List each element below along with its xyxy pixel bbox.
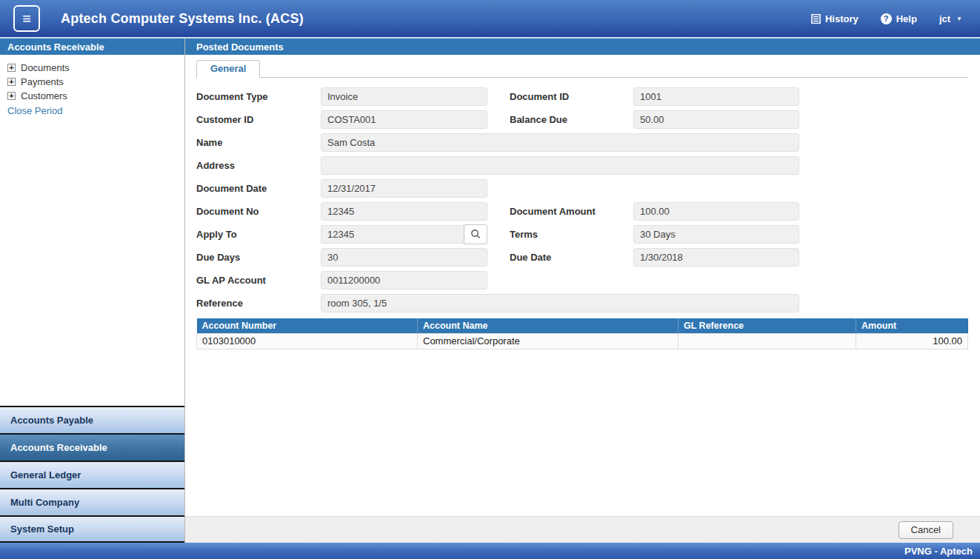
document-no-field[interactable] (321, 202, 487, 221)
history-icon (811, 14, 821, 24)
tree-item-payments[interactable]: + Payments (7, 75, 184, 89)
sidebar-tree: + Documents + Payments + Customers Close… (0, 55, 184, 406)
help-icon: ? (881, 13, 892, 24)
document-no-label: Document No (196, 206, 321, 217)
cell-account-name: Commercial/Corporate (418, 333, 679, 349)
sidebar-item-general-ledger[interactable]: General Ledger (0, 461, 184, 488)
status-text: PVNG - Aptech (904, 546, 973, 557)
cell-amount: 100.00 (856, 333, 968, 349)
column-header-account-number: Account Number (197, 318, 418, 333)
history-menu-item[interactable]: History (811, 13, 859, 24)
terms-field[interactable] (633, 225, 799, 244)
tree-item-label: Payments (21, 76, 64, 87)
due-date-field[interactable] (633, 248, 799, 267)
tab-strip: General (196, 60, 967, 78)
main-panel: Posted Documents General Document Type D… (185, 39, 980, 543)
expand-plus-icon[interactable]: + (7, 64, 16, 72)
balance-due-field[interactable] (633, 110, 799, 129)
tree-item-customers[interactable]: + Customers (7, 89, 184, 103)
apply-to-label: Apply To (196, 229, 321, 240)
apply-to-search-button[interactable] (464, 224, 487, 244)
top-header-bar: ≡ Aptech Computer Systems Inc. (ACS) His… (0, 0, 980, 39)
reference-field[interactable] (321, 294, 799, 312)
table-header-row: Account Number Account Name GL Reference… (197, 318, 968, 333)
middle-region: Accounts Receivable + Documents + Paymen… (0, 39, 980, 543)
due-days-field[interactable] (321, 248, 487, 267)
module-accordion: Accounts Payable Accounts Receivable Gen… (0, 406, 184, 543)
history-label: History (825, 13, 859, 24)
sidebar-item-system-setup[interactable]: System Setup (0, 515, 184, 543)
gl-ap-account-label: GL AP Account (196, 275, 321, 286)
customer-id-label: Customer ID (196, 114, 321, 125)
document-form: Document Type Document ID Customer ID Ba… (196, 87, 967, 312)
sidebar-item-accounts-payable[interactable]: Accounts Payable (0, 406, 184, 433)
expand-plus-icon[interactable]: + (7, 78, 16, 86)
distribution-table: Account Number Account Name GL Reference… (196, 318, 968, 349)
column-header-account-name: Account Name (418, 318, 679, 333)
document-id-field[interactable] (633, 87, 799, 106)
sidebar-item-multi-company[interactable]: Multi Company (0, 488, 184, 515)
status-bar: PVNG - Aptech (0, 543, 980, 559)
reference-label: Reference (196, 298, 321, 309)
address-label: Address (196, 160, 321, 171)
action-bar: Cancel (185, 516, 980, 543)
tree-item-documents[interactable]: + Documents (7, 61, 184, 75)
close-period-link[interactable]: Close Period (7, 105, 62, 116)
sidebar: Accounts Receivable + Documents + Paymen… (0, 39, 185, 543)
user-menu[interactable]: jct ▼ (939, 13, 962, 24)
column-header-gl-reference: GL Reference (679, 318, 856, 333)
topbar-actions: History ? Help jct ▼ (811, 13, 980, 24)
cell-gl-reference (679, 333, 856, 349)
cell-account-number: 0103010000 (197, 333, 418, 349)
form-content: General Document Type Document ID Custom… (185, 55, 980, 516)
due-days-label: Due Days (196, 252, 321, 263)
terms-label: Terms (510, 229, 633, 240)
document-date-label: Document Date (196, 183, 321, 194)
address-field[interactable] (321, 156, 799, 175)
column-header-amount: Amount (856, 318, 968, 333)
customer-id-field[interactable] (321, 110, 487, 129)
document-amount-label: Document Amount (510, 206, 633, 217)
cancel-button[interactable]: Cancel (899, 521, 953, 539)
menu-icon[interactable]: ≡ (13, 5, 40, 32)
app-title: Aptech Computer Systems Inc. (ACS) (61, 11, 304, 27)
name-label: Name (196, 137, 321, 148)
document-amount-field[interactable] (633, 202, 799, 221)
tab-general[interactable]: General (196, 60, 260, 78)
tree-item-label: Customers (21, 90, 67, 101)
expand-plus-icon[interactable]: + (7, 92, 16, 100)
balance-due-label: Balance Due (510, 114, 633, 125)
search-icon (470, 229, 481, 239)
gl-ap-account-field[interactable] (321, 271, 487, 289)
help-label: Help (896, 13, 917, 24)
document-date-field[interactable] (321, 179, 487, 198)
name-field[interactable] (321, 133, 799, 152)
help-menu-item[interactable]: ? Help (881, 13, 917, 24)
page-title: Posted Documents (185, 39, 980, 55)
document-type-field[interactable] (321, 87, 487, 106)
table-row[interactable]: 0103010000 Commercial/Corporate 100.00 (197, 333, 968, 349)
sidebar-item-accounts-receivable[interactable]: Accounts Receivable (0, 433, 184, 461)
user-label: jct (939, 13, 950, 24)
apply-to-field[interactable] (321, 225, 464, 244)
document-type-label: Document Type (196, 91, 321, 102)
chevron-down-icon: ▼ (956, 16, 962, 22)
app-window: ≡ Aptech Computer Systems Inc. (ACS) His… (0, 0, 980, 559)
tree-item-label: Documents (21, 62, 70, 73)
sidebar-title: Accounts Receivable (0, 39, 184, 55)
due-date-label: Due Date (510, 252, 633, 263)
document-id-label: Document ID (510, 91, 633, 102)
